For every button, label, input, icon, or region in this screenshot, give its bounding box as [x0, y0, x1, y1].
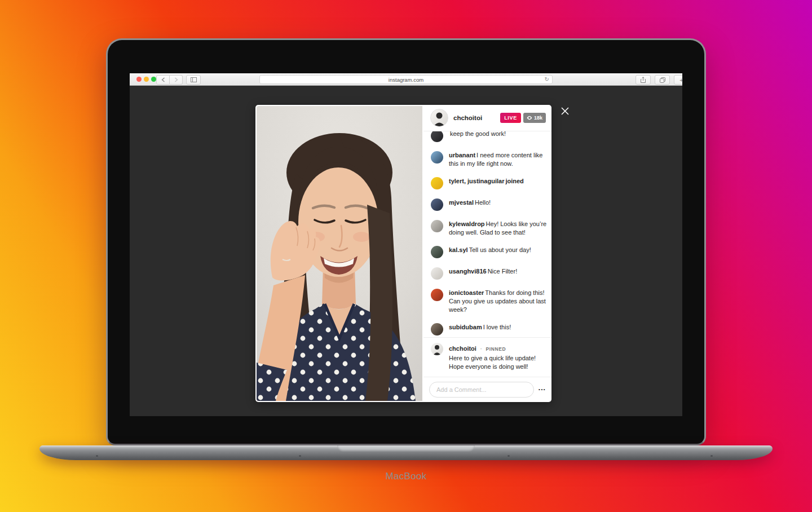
commenter-avatar[interactable] [431, 151, 443, 164]
traffic-light-zoom[interactable] [151, 77, 156, 82]
comment-input-row: ••• [423, 377, 551, 402]
person-silhouette-icon [431, 109, 448, 126]
joined-notification-row: tylert, justinaguilarjoined [423, 173, 551, 194]
commenter-username[interactable]: mjvestal [449, 199, 474, 206]
forward-button[interactable] [170, 75, 183, 85]
live-video-stream [257, 106, 422, 401]
new-tab-button[interactable]: + [674, 75, 682, 85]
comment-text: Tell us about your day! [469, 246, 531, 253]
commenter-avatar[interactable] [431, 323, 443, 336]
comment-text: Nice Filter! [488, 268, 518, 275]
live-badge: LIVE [500, 113, 521, 123]
chevron-left-icon [161, 77, 165, 82]
comment-text: I love this! [483, 324, 511, 330]
live-comments-panel: chchoitoi LIVE 18k keep the good work! [423, 105, 551, 402]
nav-buttons [156, 75, 183, 85]
toolbar-right-group: + [636, 75, 682, 85]
comment-row: subidubamI love this! [423, 319, 551, 337]
live-header: chchoitoi LIVE 18k [423, 105, 551, 131]
desktop-background: instagram.com ↻ + [0, 0, 812, 512]
comment-row: keep the good work! [423, 131, 551, 147]
commenter-username[interactable]: subidubam [449, 324, 482, 330]
base-detail [710, 455, 713, 457]
url-text: instagram.com [389, 77, 423, 83]
commenter-username[interactable]: kylewaldrop [449, 220, 485, 227]
comment-text: Hello! [475, 199, 491, 206]
pinned-avatar[interactable] [431, 343, 443, 355]
pinned-text: Here to give a quick life update! Hope e… [449, 354, 546, 371]
sidebar-button[interactable] [186, 75, 201, 85]
reload-icon[interactable]: ↻ [545, 76, 549, 83]
comment-input[interactable] [429, 382, 534, 398]
traffic-light-minimize[interactable] [144, 77, 149, 82]
commenter-username[interactable]: usanghvi816 [449, 268, 487, 275]
back-button[interactable] [156, 75, 170, 85]
comment-row: mjvestalHello! [423, 194, 551, 215]
share-button[interactable] [636, 75, 651, 85]
plus-icon: + [679, 77, 682, 83]
comments-list[interactable]: keep the good work! urbanantI need more … [423, 131, 551, 337]
tab-overview-button[interactable] [655, 75, 670, 85]
macbook-screen-bezel: instagram.com ↻ + [106, 38, 706, 445]
commenter-username[interactable]: ionictoaster [449, 289, 484, 296]
streamer-avatar[interactable] [430, 109, 448, 127]
commenter-avatar[interactable] [431, 289, 443, 301]
streamer-username[interactable]: chchoitoi [453, 114, 500, 121]
viewer-count: 18k [534, 115, 542, 121]
commenter-avatar[interactable] [431, 220, 443, 232]
comment-row: kal.sylTell us about your day! [423, 241, 551, 263]
address-bar[interactable]: instagram.com ↻ [259, 75, 553, 84]
live-modal: chchoitoi LIVE 18k keep the good work! [255, 105, 551, 402]
macbook-thumb-notch [337, 445, 475, 452]
macbook-base [39, 445, 773, 460]
commenter-avatar[interactable] [431, 131, 443, 142]
traffic-light-close[interactable] [136, 77, 142, 82]
base-detail [508, 455, 510, 457]
commenter-username[interactable]: urbanant [449, 152, 475, 158]
share-icon [641, 77, 646, 83]
tabs-icon [660, 77, 665, 83]
comment-text: keep the good work! [450, 131, 506, 137]
comment-row: kylewaldropHey! Looks like you’re doing … [423, 215, 551, 241]
joined-text: joined [505, 178, 523, 184]
browser-toolbar: instagram.com ↻ + [130, 73, 682, 86]
eye-icon [527, 116, 532, 120]
person-silhouette-icon [431, 343, 443, 355]
pinned-comment: chchoitoi · PINNED Here to give a quick … [423, 337, 551, 377]
browser-viewport: instagram.com ↻ + [130, 73, 682, 416]
macbook-label: MacBook [108, 471, 704, 482]
base-detail [299, 455, 301, 457]
more-options-button[interactable]: ••• [539, 382, 546, 398]
chevron-right-icon [174, 77, 178, 82]
base-detail [96, 455, 98, 457]
instagram-page-background: chchoitoi LIVE 18k keep the good work! [130, 86, 682, 416]
commenter-avatar[interactable] [431, 267, 443, 280]
pinned-separator: · [480, 345, 482, 352]
commenter-avatar[interactable] [431, 246, 443, 258]
commenter-username[interactable]: kal.syl [449, 246, 468, 253]
comment-row: usanghvi816Nice Filter! [423, 263, 551, 284]
comment-row: urbanantI need more content like this in… [423, 147, 551, 173]
commenter-avatar[interactable] [431, 198, 443, 211]
close-live-button[interactable] [561, 107, 570, 116]
streamer-illustration [257, 106, 422, 401]
commenter-username[interactable]: tylert, justinaguilar [449, 178, 504, 184]
pinned-username[interactable]: chchoitoi [449, 345, 476, 352]
commenter-avatar[interactable] [431, 177, 443, 189]
pinned-badge: PINNED [486, 346, 506, 352]
sidebar-icon [191, 77, 197, 82]
comment-row: ionictoasterThanks for doing this! Can y… [423, 284, 551, 319]
viewer-count-badge: 18k [523, 113, 546, 123]
